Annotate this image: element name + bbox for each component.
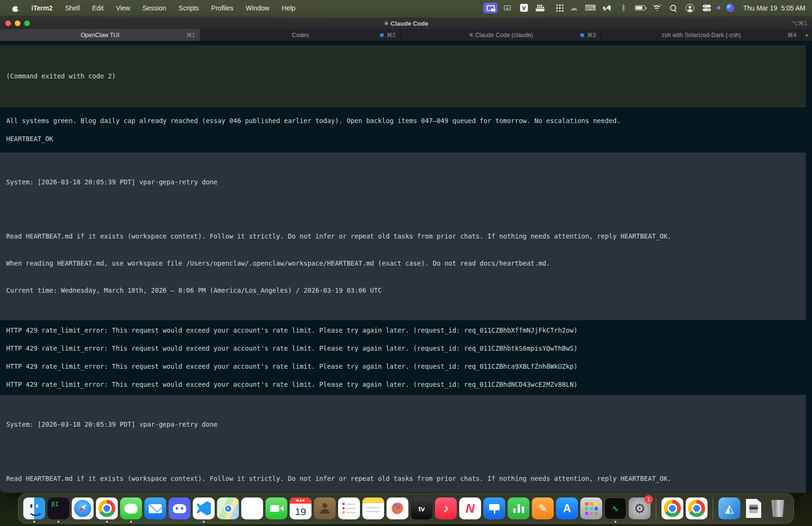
dock-installer-document[interactable]	[743, 497, 765, 519]
dock-messages[interactable]	[120, 497, 142, 519]
tab-openclaw-tui[interactable]: OpenClaw TUI ⌘1	[0, 29, 200, 41]
dock-iterm2[interactable]: βI	[47, 497, 69, 519]
dock-chrome[interactable]	[96, 497, 118, 519]
menu-window[interactable]: Window	[246, 4, 270, 12]
tab-activity-dot	[380, 33, 384, 37]
cloud-icon[interactable]: ☁	[567, 3, 581, 13]
dock-keynote[interactable]	[483, 497, 505, 519]
http-error-line: HTTP 429 rate_limit_error: This request …	[0, 344, 812, 353]
menu-help[interactable]: Help	[282, 4, 295, 12]
dock-notes[interactable]	[362, 497, 384, 519]
dock-appstore[interactable]: A	[556, 497, 578, 519]
menu-app-name[interactable]: iTerm2	[31, 4, 53, 12]
new-tab-button[interactable]: +	[802, 29, 812, 41]
stage-manager-icon[interactable]	[500, 3, 514, 13]
menu-session[interactable]: Session	[142, 4, 166, 12]
dock-chrome-profile-2[interactable]	[661, 497, 683, 519]
dots-grid-icon[interactable]	[550, 3, 564, 13]
menu-clock[interactable]: Thu Mar 19 5:05 AM	[743, 4, 805, 12]
dock-discord[interactable]	[169, 497, 190, 519]
running-dot	[57, 521, 59, 523]
summary-line: All systems green. Blog daily cap alread…	[0, 116, 812, 125]
checklist-icon	[342, 502, 356, 515]
title-bar[interactable]: ✳ Claude Code ⌥⌘1	[0, 18, 812, 29]
dock-pages[interactable]: ✎	[532, 497, 554, 519]
dock-freeform[interactable]	[387, 497, 408, 519]
dock-calendar[interactable]: MAR19	[290, 497, 312, 519]
bluetooth-icon[interactable]: ᛒ	[616, 3, 631, 13]
docker-icon[interactable]	[533, 3, 548, 13]
tab-codex[interactable]: Codex ⌘2	[200, 29, 401, 41]
http-error-line: HTTP 429 rate_limit_error: This request …	[0, 326, 812, 335]
dock-facetime[interactable]	[265, 497, 287, 519]
control-center-icon[interactable]	[699, 3, 714, 13]
dock-music[interactable]: ♪	[435, 497, 457, 519]
terminal-content[interactable]: (Command exited with code 2) All systems…	[0, 41, 812, 493]
dock-safari[interactable]	[72, 497, 94, 519]
system-line: Read HEARTBEAT.md if it exists (workspac…	[0, 474, 806, 483]
dock-activity-monitor[interactable]: ∿	[604, 497, 626, 519]
http-error-line: HTTP 429 rate_limit_error: This request …	[0, 362, 812, 371]
dock-maps[interactable]: ➤	[217, 497, 239, 519]
running-dot	[33, 521, 35, 523]
ekg-icon: ∿	[612, 504, 619, 514]
tab-claude-code[interactable]: ✳ Claude Code (claude) ⌘3	[401, 29, 601, 41]
user-account-icon[interactable]	[683, 3, 697, 13]
tab-zsh[interactable]: zsh with Solarized-Dark (-zsh) ⌘4	[601, 29, 802, 41]
screen-mirroring-icon[interactable]	[483, 3, 498, 13]
freeform-squiggle-icon	[392, 503, 403, 514]
menu-scripts[interactable]: Scripts	[179, 4, 199, 12]
dock-affinity[interactable]: ◭	[718, 497, 740, 519]
music-note-icon: ♪	[443, 502, 449, 515]
podium-icon	[489, 503, 500, 514]
chrome-icon	[664, 500, 681, 517]
window-shortcut: ⌥⌘1	[792, 20, 807, 27]
exit-notice-line: (Command exited with code 2)	[0, 72, 806, 81]
menu-profiles[interactable]: Profiles	[211, 4, 234, 12]
app-grid-icon	[585, 502, 588, 506]
wifi-icon[interactable]	[650, 3, 664, 13]
envelope-icon	[149, 504, 162, 513]
dock-finder[interactable]	[23, 497, 45, 519]
bar-chart-icon	[513, 504, 524, 513]
dock-appletv[interactable]: tv	[411, 497, 433, 519]
system-line: When reading HEARTBEAT.md, use workspace…	[0, 259, 806, 268]
dock-chrome-profile-3[interactable]	[686, 497, 708, 519]
apple-menu-icon[interactable]	[12, 4, 19, 12]
dock-trash[interactable]	[767, 497, 789, 519]
dock-vscode[interactable]	[193, 497, 215, 519]
dock-reminders[interactable]	[338, 497, 360, 519]
dock-news[interactable]: N	[459, 497, 481, 519]
volume-muted-icon[interactable]	[600, 3, 614, 13]
keyboard-icon[interactable]: ⌨	[583, 3, 597, 13]
dock-contacts[interactable]	[314, 497, 336, 519]
dock-divider	[713, 497, 713, 520]
dock-system-settings[interactable]: ⚙1	[629, 497, 651, 519]
siri-icon[interactable]	[723, 3, 737, 13]
running-dot	[203, 521, 205, 523]
system-line: Current time: Wednesday, March 18th, 202…	[0, 286, 806, 295]
running-dot	[614, 521, 616, 523]
menu-view[interactable]: View	[116, 4, 130, 12]
discord-face-icon	[173, 504, 186, 513]
running-dot	[106, 521, 108, 523]
dock-launchpad[interactable]	[580, 497, 602, 519]
tab-activity-dot	[580, 33, 584, 37]
trash-icon	[771, 500, 785, 517]
iterm-window: ✳ Claude Code ⌥⌘1 OpenClaw TUI ⌘1 Codex …	[0, 18, 812, 493]
person-icon	[319, 503, 330, 514]
dock-photos[interactable]	[241, 497, 263, 519]
nav-arrow-icon: ➤	[224, 505, 232, 513]
running-dot	[130, 521, 132, 523]
menu-edit[interactable]: Edit	[92, 4, 104, 12]
v-app-icon[interactable]: V	[517, 3, 531, 13]
spotlight-icon[interactable]	[666, 3, 680, 13]
menu-shell[interactable]: Shell	[65, 4, 80, 12]
tab-bar: OpenClaw TUI ⌘1 Codex ⌘2 ✳ Claude Code (…	[0, 29, 812, 41]
vscode-mark-icon	[197, 501, 211, 516]
dock-numbers[interactable]	[508, 497, 529, 519]
gear-icon: ⚙	[633, 501, 645, 516]
battery-icon[interactable]	[633, 3, 647, 13]
system-header: System: [2026-03-18 20:05:39 PDT] vpar-g…	[0, 420, 806, 429]
dock-mail[interactable]	[144, 497, 166, 519]
